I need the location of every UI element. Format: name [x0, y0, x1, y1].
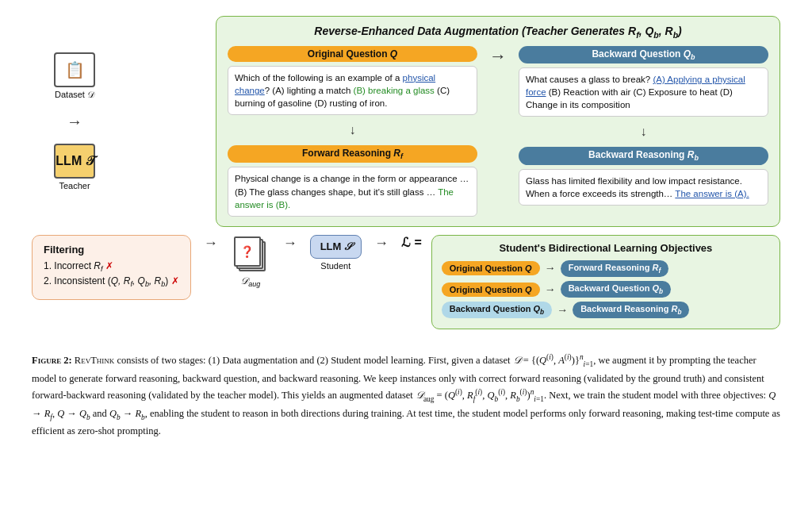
daug-to-llms-arrow: →	[283, 235, 297, 252]
llms-container: LLM 𝒮 Student	[310, 235, 362, 271]
forward-r-content: Physical change is a change in the form …	[228, 167, 477, 216]
obj-row-2: Original Question Q → Backward Question …	[442, 281, 770, 298]
backward-q-section: Backward Question Qb What causes a glass…	[519, 46, 768, 117]
llm-teacher-label: Teacher	[59, 181, 90, 190]
main-grid: Original Question Q Which of the followi…	[228, 46, 768, 217]
filter-item-2: 2. Inconsistent (Q, Rf, Qb, Rb) ✗	[44, 275, 179, 288]
original-q-section: Original Question Q Which of the followi…	[228, 46, 477, 115]
daug-label: 𝒟aug	[240, 275, 260, 288]
green-box: Reverse-Enhanced Data Augmentation (Teac…	[216, 16, 780, 227]
forward-r-section: Forward Reasoning Rf Physical change is …	[228, 145, 477, 217]
bottom-section: Filtering 1. Incorrect Rf ✗ 2. Inconsist…	[32, 235, 780, 330]
obj-row-2-left: Original Question Q	[442, 283, 540, 297]
backward-q-content: What causes a glass to break? (A) Applyi…	[519, 67, 768, 117]
filter-to-daug-arrow: →	[204, 235, 218, 252]
green-box-wrapper: Reverse-Enhanced Data Augmentation (Teac…	[121, 16, 780, 227]
arrow-right-icon-2: →	[283, 235, 297, 252]
backward-r-section: Backward Reasoning Rb Glass has limited …	[519, 147, 768, 206]
objectives-title: Student's Bidirectional Learning Objecti…	[442, 242, 770, 254]
dataset-icon-box: 📋 Dataset 𝒟	[54, 52, 95, 100]
llms-box: LLM 𝒮	[310, 235, 362, 259]
daug-box: ❓ 𝒟aug	[231, 235, 270, 288]
objectives-box: Student's Bidirectional Learning Objecti…	[431, 235, 780, 330]
page-front: ❓	[234, 236, 261, 267]
obj-row-1: Original Question Q → Forward Reasoning …	[442, 260, 770, 277]
arrow-right-icon: →	[204, 235, 218, 252]
student-label: Student	[320, 261, 350, 271]
obj-row-2-right: Backward Question Qb	[561, 281, 671, 298]
filter-title: Filtering	[44, 244, 179, 256]
llm-teacher-box: LLM 𝒯 Teacher	[54, 144, 95, 190]
original-q-content: Which of the following is an example of …	[228, 66, 477, 115]
filtering-box: Filtering 1. Incorrect Rf ✗ 2. Inconsist…	[32, 235, 191, 300]
L-symbol: ℒ =	[401, 235, 422, 250]
filter-item-1: 1. Incorrect Rf ✗	[44, 260, 179, 273]
green-box-title: Reverse-Enhanced Data Augmentation (Teac…	[228, 25, 768, 40]
right-column: Backward Question Qb What causes a glass…	[519, 46, 768, 206]
left-icons: 📋 Dataset 𝒟 → LLM 𝒯 Teacher	[32, 16, 117, 227]
obj-row-1-left: Original Question Q	[442, 261, 540, 275]
pages-stack-icon: ❓	[234, 236, 267, 271]
center-arrow: →	[482, 46, 514, 67]
dataset-icon: 📋	[54, 52, 95, 87]
forward-r-label: Forward Reasoning Rf	[228, 145, 477, 163]
down-arrow-right: ↓	[519, 123, 768, 140]
obj-row-1-arrow: →	[545, 262, 556, 275]
arrow-right-icon-3: →	[374, 235, 389, 252]
obj-row-2-arrow: →	[545, 283, 556, 296]
obj-row-3-left: Backward Question Qb	[442, 302, 552, 318]
left-column: Original Question Q Which of the followi…	[228, 46, 477, 217]
diagram-container: 📋 Dataset 𝒟 → LLM 𝒯 Teacher Reverse-Enha…	[32, 16, 780, 340]
backward-q-label: Backward Question Qb	[519, 46, 768, 63]
llm-teacher-icon: LLM 𝒯	[54, 144, 95, 179]
obj-row-3-arrow: →	[557, 304, 568, 317]
llms-to-obj-arrow: →	[374, 235, 389, 252]
down-arrow-left: ↓	[228, 121, 477, 139]
backward-r-content: Glass has limited flexibility and low im…	[519, 169, 768, 206]
figure-label: Figure 2:	[32, 355, 72, 366]
obj-row-3-right: Backward Reasoning Rb	[573, 302, 689, 318]
original-q-label: Original Question Q	[228, 46, 477, 62]
caption-text: RevThink consists of two stages: (1) Dat…	[32, 355, 780, 436]
dataset-label: Dataset 𝒟	[55, 90, 94, 100]
obj-row-1-right: Forward Reasoning Rf	[561, 260, 668, 277]
figure-caption: Figure 2: RevThink consists of two stage…	[32, 352, 780, 439]
obj-row-3: Backward Question Qb → Backward Reasonin…	[442, 302, 770, 318]
daug-icon: ❓	[231, 235, 270, 273]
diagram-wrapper: 📋 Dataset 𝒟 → LLM 𝒯 Teacher Reverse-Enha…	[32, 16, 780, 227]
backward-r-label: Backward Reasoning Rb	[519, 147, 768, 164]
